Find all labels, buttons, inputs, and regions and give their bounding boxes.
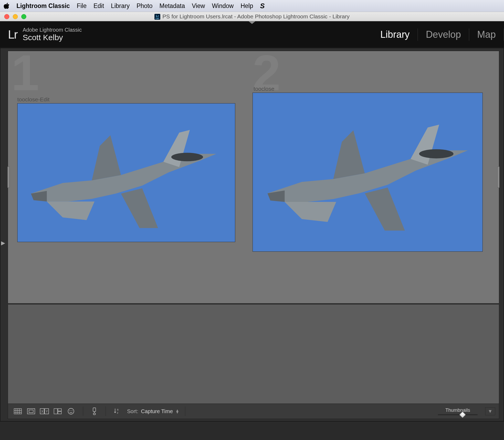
- pane-1-label: tooclose-Edit: [17, 96, 49, 103]
- menu-window[interactable]: Window: [212, 2, 234, 10]
- jet-aircraft-image: [253, 93, 482, 251]
- thumbnail-size-control: Thumbnails: [438, 408, 478, 415]
- left-panel-handle[interactable]: [7, 167, 10, 188]
- survey-photo-1[interactable]: [17, 103, 235, 242]
- svg-rect-22: [27, 409, 35, 414]
- sort-selector[interactable]: Sort: Capture Time ▲▼: [127, 408, 179, 414]
- svg-point-14: [419, 149, 453, 158]
- svg-point-33: [72, 410, 73, 411]
- menu-help[interactable]: Help: [241, 2, 253, 10]
- compare-view-button[interactable]: X Y: [38, 407, 51, 416]
- lightroom-header: Lr Adobe Lightroom Classic Scott Kelby L…: [0, 21, 504, 48]
- svg-point-32: [70, 410, 70, 411]
- lightroom-app-icon: LrCAT: [154, 14, 160, 20]
- toolbar-divider: [185, 406, 185, 416]
- module-develop[interactable]: Develop: [418, 21, 469, 48]
- toolbar-divider: [106, 406, 106, 416]
- sort-value: Capture Time: [141, 408, 173, 414]
- expand-left-panel-icon[interactable]: ▶: [1, 240, 5, 246]
- grid-view-button[interactable]: [12, 407, 24, 416]
- svg-rect-29: [58, 409, 61, 411]
- user-name: Scott Kelby: [23, 33, 82, 42]
- toolbar-menu-button[interactable]: ▼: [485, 407, 495, 415]
- svg-point-31: [68, 408, 74, 414]
- svg-rect-8: [253, 93, 482, 251]
- sort-dropdown-icon: ▲▼: [175, 409, 179, 413]
- window-close-button[interactable]: [4, 14, 9, 19]
- svg-rect-28: [54, 409, 57, 414]
- thumbnail-size-slider[interactable]: [438, 414, 478, 415]
- loupe-view-button[interactable]: [25, 407, 37, 416]
- window-titlebar: LrCATPS for Lightroom Users.lrcat - Adob…: [0, 12, 504, 21]
- lr-logo-icon: Lr: [8, 28, 17, 41]
- module-picker: Library Develop Map: [372, 21, 504, 48]
- svg-rect-34: [93, 408, 96, 412]
- painter-tool-button[interactable]: [89, 407, 100, 416]
- menu-view[interactable]: View: [192, 2, 205, 10]
- menu-photo[interactable]: Photo: [137, 2, 153, 10]
- toolbar-divider: [83, 406, 83, 416]
- script-menu-icon[interactable]: S: [260, 2, 264, 10]
- svg-text:X: X: [41, 410, 43, 413]
- svg-text:a: a: [117, 408, 119, 411]
- svg-text:z: z: [117, 411, 118, 414]
- mac-menubar: Lightroom Classic File Edit Library Phot…: [0, 0, 504, 12]
- module-library[interactable]: Library: [372, 21, 418, 48]
- jet-aircraft-image: [18, 103, 235, 242]
- pane-1-number: 1: [11, 47, 39, 98]
- survey-view-button[interactable]: [52, 407, 64, 416]
- module-map[interactable]: Map: [469, 21, 504, 48]
- pane-2-label: tooclose: [254, 86, 274, 92]
- library-toolbar: X Y: [8, 404, 499, 419]
- menu-metadata[interactable]: Metadata: [159, 2, 185, 10]
- sort-label: Sort:: [127, 408, 138, 414]
- window-zoom-button[interactable]: [21, 14, 26, 19]
- window-minimize-button[interactable]: [13, 14, 18, 19]
- right-panel-handle[interactable]: [497, 167, 499, 188]
- window-title: LrCATPS for Lightroom Users.lrcat - Adob…: [0, 13, 504, 20]
- filmstrip-area[interactable]: [8, 304, 499, 404]
- svg-rect-30: [58, 412, 61, 414]
- thumbnails-label: Thumbnails: [445, 408, 470, 413]
- window-controls: [4, 14, 26, 19]
- svg-point-6: [171, 153, 203, 161]
- identity-plate[interactable]: Lr Adobe Lightroom Classic Scott Kelby: [8, 27, 82, 42]
- content-area: ▶ 1 2 tooclose-Edit tooclose: [0, 48, 504, 421]
- apple-menu-icon[interactable]: [4, 3, 10, 9]
- menu-library[interactable]: Library: [111, 2, 129, 10]
- survey-photo-2[interactable]: [253, 93, 483, 252]
- product-name: Adobe Lightroom Classic: [23, 27, 82, 33]
- compare-view: 1 2 tooclose-Edit tooclose: [8, 51, 499, 304]
- svg-rect-23: [29, 410, 33, 413]
- collapse-header-icon[interactable]: [248, 21, 256, 24]
- people-view-button[interactable]: [65, 407, 77, 416]
- sort-direction-button[interactable]: a z: [112, 407, 122, 416]
- svg-text:Y: Y: [46, 410, 48, 413]
- menu-edit[interactable]: Edit: [94, 2, 104, 10]
- app-menu[interactable]: Lightroom Classic: [16, 2, 70, 10]
- menu-file[interactable]: File: [77, 2, 87, 10]
- svg-rect-36: [93, 413, 95, 415]
- svg-rect-0: [18, 103, 235, 242]
